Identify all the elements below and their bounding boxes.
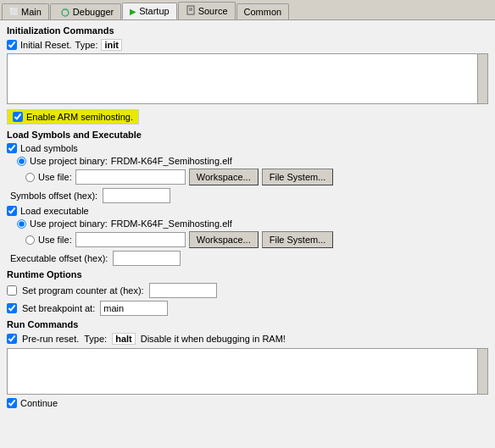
- tab-startup-label: Startup: [139, 6, 169, 16]
- svg-point-0: [62, 9, 69, 16]
- run-commands-title: Run Commands: [7, 319, 488, 329]
- runtime-options-section: Runtime Options Set program counter at (…: [7, 269, 488, 316]
- initial-reset-checkbox[interactable]: [7, 40, 17, 50]
- main-content: Initialization Commands Initial Reset. T…: [0, 20, 495, 416]
- use-file-label: Use file:: [38, 172, 72, 182]
- initial-reset-label: Initial Reset.: [20, 40, 72, 50]
- pre-run-reset-label: Pre-run reset.: [22, 334, 79, 344]
- load-symbols-row: Load symbols: [7, 143, 488, 153]
- continue-label: Continue: [20, 398, 58, 408]
- load-symbols-label: Load symbols: [20, 143, 78, 153]
- enable-arm-row: Enable ARM semihosting.: [7, 109, 139, 124]
- symbols-offset-input[interactable]: [103, 188, 170, 203]
- set-pc-checkbox[interactable]: [7, 285, 17, 296]
- filesystem2-button[interactable]: File System...: [262, 231, 334, 248]
- continue-row: Continue: [7, 398, 488, 408]
- use-file-row: Use file: Workspace... File System...: [7, 169, 488, 185]
- tab-source[interactable]: Source: [178, 2, 236, 19]
- use-project-binary-label: Use project binary:: [30, 156, 108, 166]
- workspace2-button[interactable]: Workspace...: [189, 231, 259, 248]
- disable-label: Disable it when debugging in RAM!: [141, 334, 286, 344]
- use-file2-label: Use file:: [38, 235, 72, 245]
- filesystem-button[interactable]: File System...: [262, 169, 334, 185]
- executable-offset-input[interactable]: [113, 251, 181, 266]
- load-symbols-title: Load Symbols and Executable: [7, 130, 488, 140]
- run-textarea[interactable]: [8, 349, 487, 394]
- startup-icon: ▶: [130, 7, 136, 16]
- load-executable-checkbox[interactable]: [7, 206, 17, 216]
- type-label: Type:: [75, 40, 98, 50]
- load-executable-label: Load executable: [20, 206, 89, 216]
- load-symbols-checkbox[interactable]: [7, 143, 17, 153]
- load-executable-row: Load executable: [7, 206, 488, 216]
- run-scrollbar[interactable]: [477, 349, 487, 394]
- set-pc-label: Set program counter at (hex):: [22, 285, 144, 296]
- init-commands-title: Initialization Commands: [7, 25, 488, 36]
- use-file2-row: Use file: Workspace... File System...: [7, 231, 488, 248]
- pre-run-reset-checkbox[interactable]: [7, 334, 17, 344]
- init-textarea[interactable]: [8, 54, 487, 103]
- tab-startup[interactable]: ▶ Startup: [122, 3, 176, 19]
- source-icon: [186, 5, 196, 17]
- set-pc-row: Set program counter at (hex):: [7, 283, 488, 298]
- tab-debugger[interactable]: Debugger: [50, 3, 121, 19]
- init-scrollbar[interactable]: [477, 54, 487, 103]
- pre-run-reset-row: Pre-run reset. Type: halt Disable it whe…: [7, 333, 488, 345]
- set-breakpoint-label: Set breakpoint at:: [22, 303, 95, 313]
- workspace-button[interactable]: Workspace...: [189, 169, 259, 185]
- use-project-binary2-value: FRDM-K64F_Semihosting.elf: [111, 218, 232, 229]
- use-project-binary-radio[interactable]: [17, 157, 26, 166]
- use-project-binary-value: FRDM-K64F_Semihosting.elf: [111, 156, 232, 166]
- executable-offset-label: Executable offset (hex):: [10, 253, 108, 263]
- executable-offset-row: Executable offset (hex):: [7, 251, 488, 266]
- use-project-binary2-row: Use project binary: FRDM-K64F_Semihostin…: [7, 218, 488, 229]
- set-pc-input[interactable]: [149, 283, 217, 298]
- use-file-input[interactable]: [75, 169, 186, 185]
- use-project-binary2-label: Use project binary:: [30, 218, 108, 229]
- run-textarea-container: [7, 348, 488, 395]
- continue-checkbox[interactable]: [7, 398, 17, 408]
- bug-icon: [60, 7, 70, 17]
- runtime-options-title: Runtime Options: [7, 269, 488, 279]
- use-project-binary2-radio[interactable]: [17, 219, 26, 229]
- initial-reset-row: Initial Reset. Type: init: [7, 39, 488, 51]
- use-project-binary-row: Use project binary: FRDM-K64F_Semihostin…: [7, 156, 488, 166]
- use-file-radio[interactable]: [25, 173, 35, 182]
- tab-common[interactable]: Common: [236, 3, 290, 19]
- symbols-offset-row: Symbols offset (hex):: [7, 188, 488, 203]
- use-file2-radio[interactable]: [25, 235, 35, 245]
- run-type-value: halt: [112, 333, 136, 345]
- type-value-init: init: [101, 39, 122, 51]
- tab-main-label: Main: [21, 7, 42, 17]
- set-breakpoint-row: Set breakpoint at:: [7, 301, 488, 316]
- load-symbols-section: Load Symbols and Executable Load symbols…: [7, 130, 488, 266]
- set-breakpoint-input[interactable]: [100, 301, 168, 316]
- tab-main[interactable]: ⬜ Main: [2, 3, 49, 19]
- init-commands-section: Initialization Commands Initial Reset. T…: [7, 25, 488, 104]
- symbols-offset-label: Symbols offset (hex):: [10, 191, 97, 201]
- tab-source-label: Source: [198, 6, 228, 16]
- tab-common-label: Common: [244, 7, 282, 17]
- main-icon: ⬜: [9, 8, 19, 16]
- tab-debugger-label: Debugger: [73, 7, 114, 17]
- tab-bar: ⬜ Main Debugger ▶ Startup Source Common: [0, 0, 495, 20]
- run-commands-section: Run Commands Pre-run reset. Type: halt D…: [7, 319, 488, 395]
- set-breakpoint-checkbox[interactable]: [7, 303, 17, 313]
- enable-arm-checkbox[interactable]: [13, 112, 23, 122]
- enable-arm-label: Enable ARM semihosting.: [26, 112, 133, 122]
- use-file2-input[interactable]: [75, 232, 186, 247]
- init-textarea-container: [7, 53, 488, 104]
- run-type-label: Type:: [84, 334, 107, 344]
